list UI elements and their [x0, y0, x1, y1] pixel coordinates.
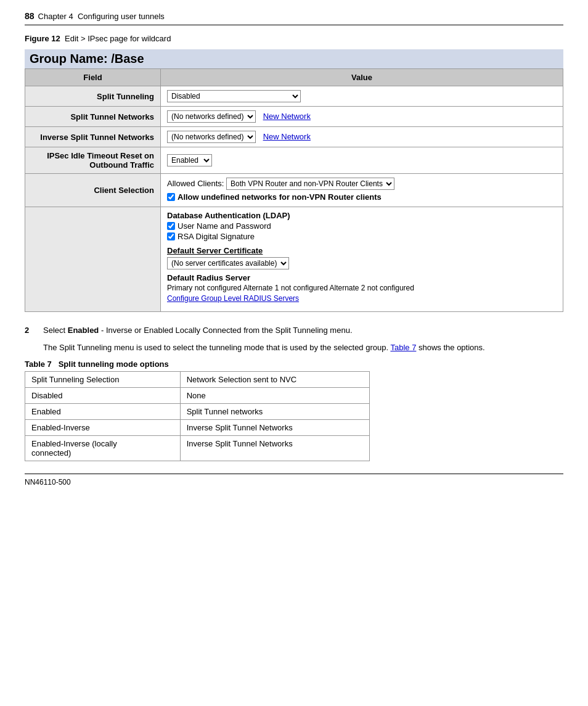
table-row: Disabled None — [25, 388, 370, 404]
cert-select[interactable]: (No server certificates available) — [167, 257, 289, 269]
value-client-selection: Allowed Clients: Both VPN Router and non… — [161, 174, 563, 207]
rsa-signature-row: RSA Digital Signature — [167, 232, 557, 241]
allow-undefined-networks-label: Allow undefined networks for non-VPN Rou… — [178, 192, 382, 202]
table-row: Client Selection Allowed Clients: Both V… — [25, 174, 563, 207]
table7-caption: Table 7 Split tunneling mode options — [25, 359, 563, 369]
value-ipsec-idle-timeout: Enabled Disabled — [161, 147, 563, 174]
table7-enabled-col1: Enabled — [25, 404, 181, 420]
field-ipsec-idle-timeout: IPSec Idle Timeout Reset onOutbound Traf… — [25, 147, 161, 174]
value-split-tunneling: Disabled Enabled Enabled-Inverse Enabled… — [161, 86, 563, 107]
split-tunneling-select[interactable]: Disabled Enabled Enabled-Inverse Enabled… — [167, 90, 301, 102]
new-network-link-2[interactable]: New Network — [263, 132, 311, 141]
table7: Split Tunneling Selection Network Select… — [25, 371, 370, 461]
table7-enabled-inverse-col2: Inverse Split Tunnel Networks — [180, 420, 369, 436]
step2-block: 2 Select Enabled - Inverse or Enabled Lo… — [25, 324, 563, 337]
cert-label: Default Server Certificate — [167, 246, 557, 255]
allowed-clients-select[interactable]: Both VPN Router and non-VPN Router Clien… — [226, 178, 394, 190]
value-split-tunnel-networks: (No networks defined) New Network — [161, 107, 563, 127]
field-auth — [25, 207, 161, 312]
table7-col2-header: Network Selection sent to NVC — [180, 372, 369, 388]
radius-label: Default Radius Server — [167, 273, 557, 282]
step2-bold: Enabled — [68, 326, 99, 335]
col-value-header: Value — [161, 69, 563, 86]
radius-block: Default Radius Server Primary not config… — [167, 273, 557, 303]
allow-undefined-networks-row: Allow undefined networks for non-VPN Rou… — [167, 192, 557, 202]
table-row: Enabled Split Tunnel networks — [25, 404, 370, 420]
rsa-signature-checkbox[interactable] — [167, 232, 175, 240]
username-password-label: User Name and Password — [178, 221, 271, 231]
inverse-split-tunnel-networks-select[interactable]: (No networks defined) — [167, 131, 256, 143]
chapter-info: Chapter 4 Configuring user tunnels — [38, 12, 165, 21]
page-header: 88 Chapter 4 Configuring user tunnels — [25, 11, 563, 25]
db-auth-block: Database Authentication (LDAP) User Name… — [167, 211, 557, 241]
username-password-checkbox[interactable] — [167, 222, 175, 230]
table7-disabled-col1: Disabled — [25, 388, 181, 404]
table-row: Enabled-Inverse Inverse Split Tunnel Net… — [25, 420, 370, 436]
table-row: Split Tunneling Selection Network Select… — [25, 372, 370, 388]
field-client-selection: Client Selection — [25, 174, 161, 207]
field-split-tunneling: Split Tunneling — [25, 86, 161, 107]
cert-block: Default Server Certificate (No server ce… — [167, 246, 557, 269]
table7-col1-header: Split Tunneling Selection — [25, 372, 181, 388]
table7-disabled-col2: None — [180, 388, 369, 404]
step2-number: 2 — [25, 324, 43, 337]
page-number: 88 — [25, 11, 35, 21]
table7-enabled-inverse-local-col1: Enabled-Inverse (locallyconnected) — [25, 436, 181, 461]
table7-enabled-inverse-col1: Enabled-Inverse — [25, 420, 181, 436]
table-row: Database Authentication (LDAP) User Name… — [25, 207, 563, 312]
allowed-clients-label: Allowed Clients: — [167, 179, 226, 188]
split-tunnel-networks-select[interactable]: (No networks defined) — [167, 110, 256, 123]
new-network-link-1[interactable]: New Network — [263, 112, 311, 121]
group-name-title: Group Name: /Base — [25, 49, 563, 68]
rsa-signature-label: RSA Digital Signature — [178, 232, 255, 241]
table7-link[interactable]: Table 7 — [390, 343, 416, 352]
page-footer: NN46110-500 — [25, 474, 563, 486]
table-row: Enabled-Inverse (locallyconnected) Inver… — [25, 436, 370, 461]
figure-caption: Figure 12 Edit > IPsec page for wildcard — [25, 34, 563, 43]
allow-undefined-networks-checkbox[interactable] — [167, 193, 175, 201]
table7-enabled-col2: Split Tunnel networks — [180, 404, 369, 420]
col-field-header: Field — [25, 69, 161, 86]
table-row: Split Tunneling Disabled Enabled Enabled… — [25, 86, 563, 107]
table7-enabled-inverse-local-col2: Inverse Split Tunnel Networks — [180, 436, 369, 461]
field-inverse-split-tunnel-networks: Inverse Split Tunnel Networks — [25, 127, 161, 147]
para-text: The Split Tunneling menu is used to sele… — [43, 342, 563, 354]
value-inverse-split-tunnel-networks: (No networks defined) New Network — [161, 127, 563, 147]
field-split-tunnel-networks: Split Tunnel Networks — [25, 107, 161, 127]
radius-link[interactable]: Configure Group Level RADIUS Servers — [167, 294, 299, 303]
step2-text: Select Enabled - Inverse or Enabled Loca… — [43, 324, 353, 337]
radius-text: Primary not configured Alternate 1 not c… — [167, 284, 557, 292]
ipsec-idle-timeout-select[interactable]: Enabled Disabled — [167, 154, 212, 166]
footer-text: NN46110-500 — [25, 478, 71, 486]
table-row: IPSec Idle Timeout Reset onOutbound Traf… — [25, 147, 563, 174]
db-auth-label: Database Authentication (LDAP) — [167, 211, 557, 220]
config-table: Field Value Split Tunneling Disabled Ena… — [25, 68, 563, 312]
username-password-row: User Name and Password — [167, 221, 557, 231]
value-auth: Database Authentication (LDAP) User Name… — [161, 207, 563, 312]
table-row: Inverse Split Tunnel Networks (No networ… — [25, 127, 563, 147]
table-row: Split Tunnel Networks (No networks defin… — [25, 107, 563, 127]
